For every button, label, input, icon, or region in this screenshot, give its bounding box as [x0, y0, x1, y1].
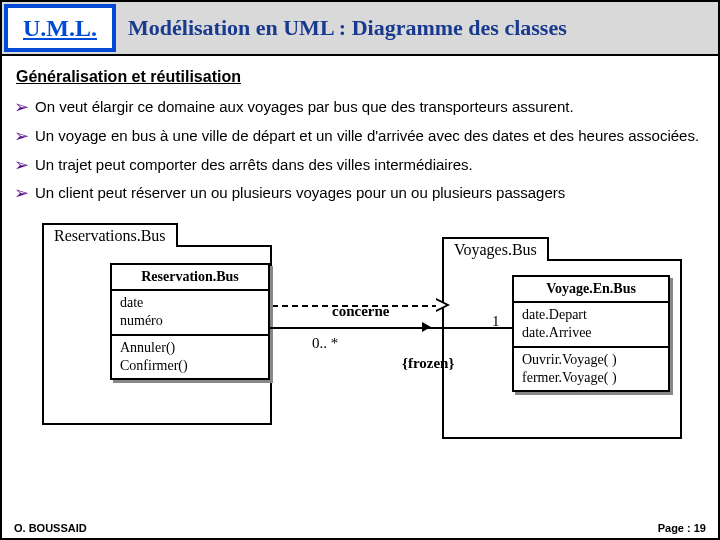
package-tab: Voyages.Bus	[442, 237, 549, 261]
page-number: Page : 19	[658, 522, 706, 534]
class-attributes: date numéro	[110, 291, 270, 335]
association-constraint: {frozen}	[402, 355, 454, 372]
list-item: ➢Un client peut réserver un ou plusieurs…	[14, 184, 702, 203]
bullet-icon: ➢	[14, 98, 29, 117]
bullet-icon: ➢	[14, 184, 29, 203]
package-tab: Reservations.Bus	[42, 223, 178, 247]
slide-header: U.M.L. Modélisation en UML : Diagramme d…	[2, 2, 718, 56]
arrow-head-icon	[436, 298, 450, 312]
slide-footer: O. BOUSSAID Page : 19	[2, 522, 718, 534]
section-subtitle: Généralisation et réutilisation	[2, 56, 718, 92]
class-name: Voyage.En.Bus	[512, 275, 670, 303]
multiplicity-left: 0.. *	[312, 335, 338, 352]
uml-logo: U.M.L.	[4, 4, 116, 52]
class-attributes: date.Depart date.Arrivee	[512, 303, 670, 347]
list-item: ➢Un trajet peut comporter des arrêts dan…	[14, 156, 702, 175]
class-reservation: Reservation.Bus date numéro Annuler() Co…	[110, 263, 270, 380]
author-label: O. BOUSSAID	[14, 522, 87, 534]
list-item: ➢On veut élargir ce domaine aux voyages …	[14, 98, 702, 117]
association-line	[270, 327, 512, 329]
class-operations: Annuler() Confirmer()	[110, 336, 270, 380]
bullet-icon: ➢	[14, 127, 29, 146]
association-name: concerne	[332, 303, 389, 320]
uml-diagram: Reservations.Bus Voyages.Bus Reservation…	[12, 217, 708, 477]
slide-title: Modélisation en UML : Diagramme des clas…	[118, 2, 718, 54]
bullet-list: ➢On veut élargir ce domaine aux voyages …	[2, 92, 718, 217]
class-voyage: Voyage.En.Bus date.Depart date.Arrivee O…	[512, 275, 670, 392]
direction-triangle-icon	[422, 322, 431, 332]
multiplicity-right: 1	[492, 313, 500, 330]
bullet-icon: ➢	[14, 156, 29, 175]
class-operations: Ouvrir.Voyage( ) fermer.Voyage( )	[512, 348, 670, 392]
list-item: ➢Un voyage en bus à une ville de départ …	[14, 127, 702, 146]
class-name: Reservation.Bus	[110, 263, 270, 291]
